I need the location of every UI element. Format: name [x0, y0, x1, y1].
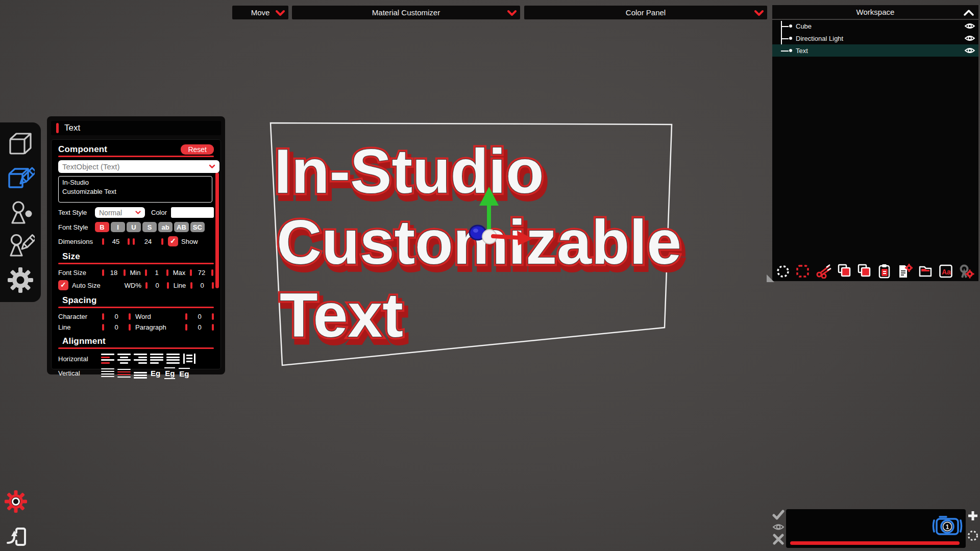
refresh-icon[interactable] — [776, 263, 790, 279]
line-spacing-label: Line — [58, 323, 102, 331]
slider-tick[interactable] — [129, 313, 131, 320]
dimensions-label: Dimensions — [58, 238, 102, 245]
visibility-eye-icon[interactable] — [964, 46, 975, 55]
wd-value[interactable]: 0 — [148, 282, 167, 289]
valign-top-button[interactable] — [101, 368, 114, 379]
slider-tick[interactable] — [212, 313, 214, 320]
security-settings-icon[interactable] — [959, 263, 974, 279]
italic-button[interactable]: I — [111, 222, 125, 232]
panel-resize-handle[interactable] — [767, 274, 774, 282]
show-checkbox[interactable] — [168, 236, 178, 246]
workspace-title: Workspace — [856, 8, 895, 16]
align-right-button[interactable] — [134, 354, 147, 364]
slider-tick[interactable] — [212, 324, 214, 331]
paste-icon[interactable] — [877, 263, 892, 279]
component-dropdown[interactable]: TextObject (Text) — [58, 160, 219, 173]
valign-middle-button[interactable] — [117, 368, 131, 379]
align-left-button[interactable] — [101, 354, 114, 364]
align-flush-button[interactable] — [166, 354, 180, 364]
character-spacing-value[interactable]: 0 — [104, 313, 129, 320]
slider-tick[interactable] — [212, 282, 214, 289]
font-size-value[interactable]: 18 — [104, 269, 124, 277]
align-geometry-center-button[interactable] — [183, 354, 196, 364]
svg-text:Aa: Aa — [942, 268, 951, 276]
chevron-up-icon[interactable] — [963, 9, 974, 16]
word-spacing-value[interactable]: 0 — [187, 313, 212, 320]
slider-tick[interactable] — [161, 238, 163, 245]
visibility-eye-icon[interactable] — [964, 34, 975, 42]
quick-settings-gear-icon[interactable] — [4, 490, 28, 513]
capture-progress-bar[interactable] — [790, 541, 960, 545]
player-tool-icon[interactable] — [7, 198, 34, 226]
strikethrough-button[interactable]: S — [142, 222, 157, 232]
workspace-header[interactable]: Workspace — [772, 5, 978, 19]
wd-label: WD% — [125, 282, 141, 289]
inspector-title: Text — [64, 123, 80, 133]
align-center-button[interactable] — [117, 354, 131, 364]
preview-eye-icon[interactable] — [772, 523, 785, 531]
dimensions-height-value[interactable]: 24 — [135, 238, 161, 245]
vertical-alignment-label: Vertical — [58, 369, 101, 377]
valign-bottom-button[interactable] — [134, 368, 147, 379]
smallcaps-button[interactable]: SC — [190, 222, 205, 232]
confirm-check-icon[interactable] — [772, 509, 785, 520]
min-value[interactable]: 1 — [147, 269, 166, 277]
lowercase-button[interactable]: ab — [158, 222, 173, 232]
workspace-toolbar: Aa — [776, 263, 974, 279]
slider-tick[interactable] — [129, 324, 131, 331]
settings-gear-icon[interactable] — [7, 266, 34, 294]
visibility-eye-icon[interactable] — [964, 22, 975, 30]
cut-icon[interactable] — [816, 263, 831, 279]
max-label: Max — [168, 269, 190, 277]
text-style-dropdown[interactable]: Normal — [95, 207, 145, 218]
gizmo-x-axis — [493, 236, 520, 238]
underline-button[interactable]: U — [127, 222, 141, 232]
word-spacing-label: Word — [135, 313, 151, 320]
slider-tick[interactable] — [211, 269, 213, 276]
processing-spinner-icon[interactable] — [967, 530, 979, 542]
valign-midline-button[interactable]: Eg — [164, 367, 175, 379]
reset-button[interactable]: Reset — [181, 144, 214, 155]
line-value[interactable]: 0 — [192, 282, 212, 289]
component-section-header: Component — [58, 144, 107, 155]
max-value[interactable]: 72 — [192, 269, 211, 277]
text-content-input[interactable]: In-Studio Customizable Text — [58, 176, 212, 203]
camera-capture-button[interactable]: 1 — [932, 512, 963, 540]
line-spacing-value[interactable]: 0 — [104, 323, 129, 331]
viewport-text-object[interactable]: In-Studio Customizable Text In-Studio Cu… — [274, 137, 684, 355]
dimensions-width-value[interactable]: 45 — [104, 238, 128, 245]
color-swatch[interactable] — [171, 207, 214, 218]
edit-object-tool-icon[interactable] — [6, 164, 35, 192]
line-label: Line — [169, 282, 190, 289]
edit-player-tool-icon[interactable] — [6, 232, 35, 260]
copy-icon[interactable] — [837, 263, 851, 279]
text-style-icon[interactable]: Aa — [939, 263, 953, 279]
uppercase-button[interactable]: AB — [174, 222, 189, 232]
valign-baseline-button[interactable]: Eg — [150, 368, 161, 378]
folder-icon[interactable] — [918, 263, 933, 279]
capture-side-column — [967, 510, 979, 542]
valign-capline-button[interactable]: Eg — [179, 368, 189, 379]
selection-region-icon[interactable] — [796, 263, 810, 279]
paragraph-spacing-value[interactable]: 0 — [187, 323, 212, 331]
section-divider — [58, 347, 214, 349]
add-capture-icon[interactable] — [967, 510, 978, 521]
section-divider — [58, 263, 214, 264]
auto-size-checkbox[interactable] — [58, 280, 68, 290]
character-spacing-label: Character — [58, 313, 102, 320]
inspector-scrollbar[interactable] — [215, 172, 219, 288]
svg-text:In-Studio: In-Studio — [274, 137, 544, 206]
hierarchy-item-cube[interactable]: Cube — [772, 20, 978, 32]
workspace-panel: Workspace Cube Directional Light Text — [772, 5, 978, 281]
hierarchy-item-directional-light[interactable]: Directional Light — [772, 32, 978, 44]
cancel-x-icon[interactable] — [772, 534, 785, 545]
item-label: Directional Light — [796, 35, 843, 42]
bold-button[interactable]: B — [95, 222, 109, 232]
exit-icon[interactable] — [5, 524, 27, 548]
hierarchy-item-text[interactable]: Text — [772, 44, 978, 57]
align-justified-button[interactable] — [150, 354, 163, 364]
duplicate-icon[interactable] — [857, 263, 871, 279]
document-settings-icon[interactable] — [897, 263, 913, 279]
slider-tick[interactable] — [128, 238, 130, 245]
create-object-tool-icon[interactable] — [7, 131, 34, 157]
